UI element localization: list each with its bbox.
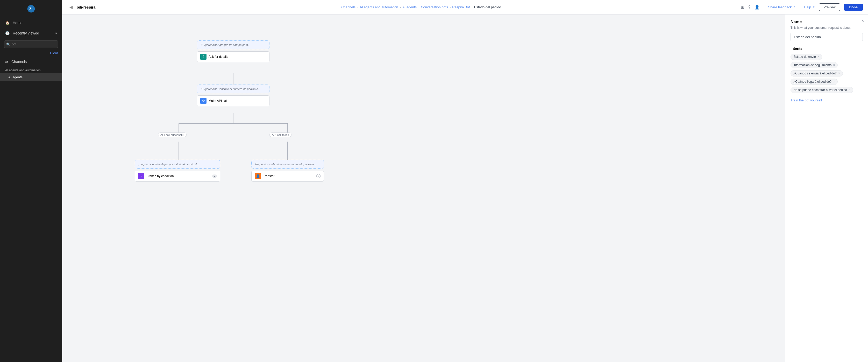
sidebar-search-icon: 🔍 — [6, 42, 10, 46]
collapse-sidebar-button[interactable]: ◀ — [67, 3, 74, 12]
intent-remove-1[interactable]: × — [833, 63, 835, 67]
branch-icon: ⑂ — [138, 173, 144, 179]
transfer-suggestion: No puedo verificarlo en este momento, pe… — [251, 160, 324, 169]
chevron-down-icon: ▾ — [55, 31, 57, 35]
intent-label-0: Estado de envío — [794, 55, 816, 59]
breadcrumb-respira-bot[interactable]: Respira Bot — [452, 5, 470, 9]
intent-remove-2[interactable]: × — [838, 72, 840, 75]
header-divider — [800, 4, 800, 10]
intent-label-2: ¿Cuándo se enviará el pedido? — [794, 72, 837, 75]
sidebar-clear-button[interactable]: Clear — [0, 50, 62, 57]
branch-suggestion: [Sugerencia: Ramifique por estado de env… — [135, 160, 220, 169]
intent-tag-1[interactable]: Información de seguimiento × — [790, 62, 838, 68]
panel-name-title: Name — [790, 20, 863, 24]
transfer-info-icon: i — [316, 174, 320, 178]
ask-suggestion: [Sugerencia: Agregue un campo para... — [197, 40, 270, 49]
intent-tag-0[interactable]: Estado de envío × — [790, 54, 822, 60]
breadcrumb-ai-agents[interactable]: AI agents — [402, 5, 416, 9]
sidebar-item-home[interactable]: 🏠 Home — [0, 18, 62, 28]
top-header-actions: ⊞ ? 👤 Share feedback ↗ Help ↗ Preview Do… — [741, 3, 863, 11]
done-button[interactable]: Done — [844, 4, 863, 11]
ask-for-details-action[interactable]: ? Ask for details — [197, 51, 270, 62]
svg-text:Z: Z — [29, 7, 32, 11]
channels-icon: ⇄ — [5, 60, 8, 64]
transfer-node[interactable]: No puedo verificarlo en este momento, pe… — [251, 160, 324, 182]
intent-label-1: Información de seguimiento — [794, 63, 832, 67]
intents-section-title: Intents — [790, 47, 863, 51]
intent-remove-0[interactable]: × — [817, 55, 819, 59]
app-name: pdi-respira — [77, 5, 95, 9]
intent-label-3: ¿Cuándo llegará el pedido? — [794, 80, 832, 83]
intents-list: Estado de envío × Información de seguimi… — [790, 54, 863, 95]
transfer-label: Transfer — [263, 174, 274, 178]
api-call-icon: ⚙ — [200, 98, 207, 104]
branch-by-condition-node[interactable]: [Sugerencia: Ramifique por estado de env… — [135, 160, 220, 182]
breadcrumb-channels[interactable]: Channels — [341, 5, 355, 9]
api-successful-branch: API call successful — [158, 133, 187, 137]
top-header: ◀ pdi-respira Channels › AI agents and a… — [62, 0, 868, 15]
user-icon-button[interactable]: 👤 — [754, 5, 760, 9]
ask-details-icon: ? — [200, 54, 207, 60]
share-feedback-button[interactable]: Share feedback ↗ — [768, 5, 796, 9]
main-content: ◀ pdi-respira Channels › AI agents and a… — [62, 0, 868, 362]
app-logo: Z — [0, 0, 62, 18]
sidebar-ai-agents-label: AI agents — [8, 75, 23, 79]
intent-remove-3[interactable]: × — [833, 80, 835, 83]
breadcrumb-conversation-bots[interactable]: Conversation bots — [421, 5, 448, 9]
make-api-call-label: Make API call — [209, 99, 227, 103]
sidebar-item-channels[interactable]: ⇄ Channels — [0, 57, 62, 66]
api-suggestion: [Sugerencia: Consulte el número de pedid… — [197, 85, 270, 93]
right-panel: × Name This is what your customer reques… — [785, 15, 868, 362]
breadcrumb: Channels › AI agents and automation › AI… — [341, 5, 501, 9]
sidebar-home-label: Home — [13, 21, 22, 25]
intent-remove-4[interactable]: × — [848, 88, 850, 92]
make-api-call-node[interactable]: [Sugerencia: Consulte el número de pedid… — [197, 85, 270, 106]
sidebar-item-ai-agents[interactable]: AI agents — [0, 73, 62, 81]
home-icon: 🏠 — [5, 21, 9, 25]
intent-tag-2[interactable]: ¿Cuándo se enviará el pedido? × — [790, 70, 843, 77]
flow-canvas[interactable]: [Sugerencia: Agregue un campo para... ? … — [62, 15, 785, 362]
branch-badge: 2 — [212, 174, 217, 178]
breadcrumb-ai-agents-automation[interactable]: AI agents and automation — [360, 5, 398, 9]
panel-close-button[interactable]: × — [862, 19, 864, 23]
help-external-icon: ↗ — [812, 5, 815, 9]
intent-tag-3[interactable]: ¿Cuándo llegará el pedido? × — [790, 79, 838, 85]
sidebar-ai-section-header: AI agents and automation — [0, 66, 62, 73]
branch-label: Branch by condition — [146, 174, 174, 178]
help-icon-button[interactable]: ? — [748, 5, 751, 9]
flow-connections — [62, 15, 785, 362]
sidebar-search-container: 🔍 — [0, 38, 62, 50]
sidebar-recently-viewed[interactable]: 🕐 Recently viewed ▾ — [0, 28, 62, 38]
recently-viewed-label: Recently viewed — [13, 31, 39, 35]
share-feedback-label: Share feedback — [768, 5, 792, 9]
channels-label: Channels — [11, 60, 27, 64]
sidebar: Z 🏠 Home 🕐 Recently viewed ▾ 🔍 Clear ⇄ C… — [0, 0, 62, 362]
transfer-action[interactable]: 👤 Transfer i — [251, 171, 324, 182]
panel-name-desc: This is what your customer request is ab… — [790, 26, 863, 30]
breadcrumb-current: Estado del pedido — [474, 5, 501, 9]
ask-for-details-node[interactable]: [Sugerencia: Agregue un campo para... ? … — [197, 40, 270, 62]
train-link[interactable]: Train the bot yourself — [790, 98, 863, 102]
make-api-call-action[interactable]: ⚙ Make API call — [197, 95, 270, 106]
preview-button[interactable]: Preview — [819, 3, 840, 11]
help-label: Help — [804, 5, 811, 9]
external-link-icon: ↗ — [793, 5, 796, 9]
transfer-icon: 👤 — [255, 173, 261, 179]
grid-icon-button[interactable]: ⊞ — [741, 5, 744, 9]
ask-for-details-label: Ask for details — [209, 55, 228, 59]
sidebar-search-input[interactable] — [4, 40, 58, 48]
branch-action[interactable]: ⑂ Branch by condition 2 — [135, 171, 220, 182]
panel-name-input[interactable] — [790, 33, 863, 41]
intent-tag-4[interactable]: No se puede encontrar ni ver el pedido × — [790, 87, 853, 93]
intent-label-4: No se puede encontrar ni ver el pedido — [794, 88, 847, 92]
clock-icon: 🕐 — [5, 31, 9, 35]
help-button[interactable]: Help ↗ — [804, 5, 815, 9]
api-failed-branch: API call failed — [270, 133, 291, 137]
